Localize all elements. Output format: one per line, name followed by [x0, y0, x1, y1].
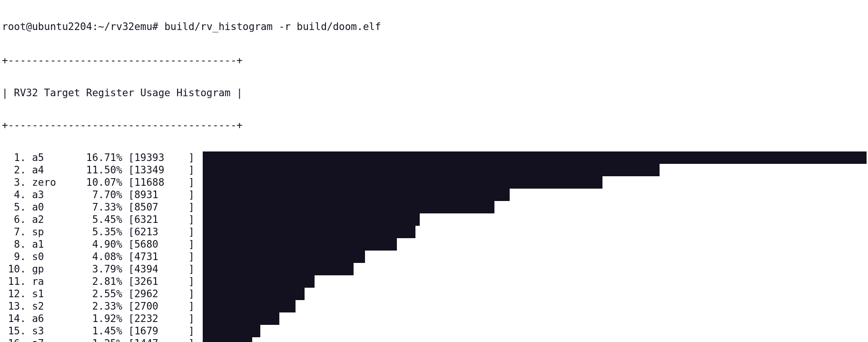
bar-area: [202, 213, 868, 226]
bar: [203, 337, 252, 342]
table-row: 10. gp 3.79% [4394 ]: [2, 263, 868, 275]
bar-area: [202, 151, 868, 164]
bar-area: [202, 226, 868, 238]
bar: [203, 325, 260, 337]
bar-area: [202, 312, 868, 325]
bar-area: [202, 275, 868, 288]
row-label: 3. zero 10.07% [11688 ]: [2, 176, 202, 189]
bar-area: [202, 300, 868, 312]
row-label: 9. s0 4.08% [4731 ]: [2, 251, 202, 263]
table-row: 3. zero 10.07% [11688 ]: [2, 176, 868, 189]
row-label: 12. s1 2.55% [2962 ]: [2, 288, 202, 300]
bar: [203, 151, 867, 164]
bar: [203, 263, 354, 275]
bar: [203, 238, 397, 251]
row-label: 4. a3 7.70% [8931 ]: [2, 189, 202, 201]
table-row: 8. a1 4.90% [5680 ]: [2, 238, 868, 251]
prompt-line: root@ubuntu2204:~/rv32emu# build/rv_hist…: [2, 22, 868, 34]
bar-area: [202, 251, 868, 263]
bar-area: [202, 288, 868, 300]
header-border-bot: +--------------------------------------+: [2, 119, 868, 131]
bar: [203, 251, 365, 263]
bar-area: [202, 325, 868, 337]
bar: [203, 213, 420, 226]
bar: [203, 176, 602, 189]
table-row: 5. a0 7.33% [8507 ]: [2, 201, 868, 213]
prompt-space: [158, 22, 165, 32]
row-label: 2. a4 11.50% [13349 ]: [2, 164, 202, 176]
row-label: 13. s2 2.33% [2700 ]: [2, 300, 202, 312]
row-label: 5. a0 7.33% [8507 ]: [2, 201, 202, 213]
bar-area: [202, 263, 868, 275]
prompt-colon: :: [92, 22, 99, 32]
bar: [203, 226, 415, 238]
table-row: 12. s1 2.55% [2962 ]: [2, 288, 868, 300]
table-row: 1. a5 16.71% [19393 ]: [2, 151, 868, 164]
histogram-rows: 1. a5 16.71% [19393 ] 2. a4 11.50% [1334…: [2, 151, 868, 342]
table-row: 16. a7 1.25% [1447 ]: [2, 337, 868, 342]
bar: [203, 164, 660, 176]
table-row: 4. a3 7.70% [8931 ]: [2, 189, 868, 201]
row-label: 11. ra 2.81% [3261 ]: [2, 275, 202, 288]
table-row: 2. a4 11.50% [13349 ]: [2, 164, 868, 176]
bar: [203, 275, 315, 288]
row-label: 7. sp 5.35% [6213 ]: [2, 226, 202, 238]
table-row: 14. a6 1.92% [2232 ]: [2, 312, 868, 325]
bar: [203, 201, 494, 213]
bar: [203, 300, 296, 312]
bar: [203, 312, 279, 325]
row-label: 15. s3 1.45% [1679 ]: [2, 325, 202, 337]
command: build/rv_histogram -r build/doom.elf: [164, 22, 381, 32]
bar-area: [202, 337, 868, 342]
prompt-user-host: root@ubuntu2204: [2, 22, 92, 32]
bar-area: [202, 189, 868, 201]
table-row: 13. s2 2.33% [2700 ]: [2, 300, 868, 312]
prompt-char: #: [152, 22, 158, 32]
bar: [203, 189, 510, 201]
row-label: 1. a5 16.71% [19393 ]: [2, 151, 202, 164]
row-label: 8. a1 4.90% [5680 ]: [2, 238, 202, 251]
header-title: | RV32 Target Register Usage Histogram |: [2, 87, 868, 99]
table-row: 9. s0 4.08% [4731 ]: [2, 251, 868, 263]
bar-area: [202, 201, 868, 213]
row-label: 6. a2 5.45% [6321 ]: [2, 213, 202, 226]
row-label: 16. a7 1.25% [1447 ]: [2, 337, 202, 342]
row-label: 10. gp 3.79% [4394 ]: [2, 263, 202, 275]
prompt-cwd: ~/rv32emu: [98, 22, 152, 32]
table-row: 11. ra 2.81% [3261 ]: [2, 275, 868, 288]
bar-area: [202, 238, 868, 251]
table-row: 7. sp 5.35% [6213 ]: [2, 226, 868, 238]
bar-area: [202, 176, 868, 189]
table-row: 6. a2 5.45% [6321 ]: [2, 213, 868, 226]
row-label: 14. a6 1.92% [2232 ]: [2, 312, 202, 325]
bar: [203, 288, 305, 300]
terminal[interactable]: root@ubuntu2204:~/rv32emu# build/rv_hist…: [0, 0, 868, 342]
header-border-top: +--------------------------------------+: [2, 54, 868, 67]
table-row: 15. s3 1.45% [1679 ]: [2, 325, 868, 337]
bar-area: [202, 164, 868, 176]
